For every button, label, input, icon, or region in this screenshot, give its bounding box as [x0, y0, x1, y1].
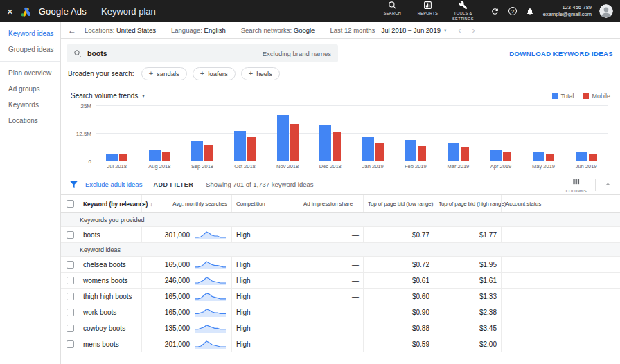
row-checkbox[interactable]	[67, 277, 74, 284]
download-keyword-ideas-button[interactable]: DOWNLOAD KEYWORD IDEAS	[509, 50, 613, 57]
close-icon[interactable]: ×	[7, 6, 13, 17]
col-header-bid-low[interactable]: Top of page bid (low range)	[363, 195, 434, 212]
broaden-chip-loafers[interactable]: +loafers	[193, 67, 236, 80]
bar-mobile	[247, 137, 256, 161]
bar-group-aug-2018	[139, 106, 181, 161]
sidebar-item-keyword-ideas[interactable]: Keyword ideas	[0, 26, 60, 42]
row-checkbox[interactable]	[67, 231, 74, 239]
row-checkbox[interactable]	[67, 261, 74, 269]
bar-mobile	[589, 154, 597, 161]
toolbar-setting-search-networks[interactable]: Search networks: Google	[241, 26, 315, 34]
bar-group-feb-2019	[394, 106, 437, 161]
columns-button[interactable]: COLUMNS	[566, 176, 587, 193]
sparkline	[195, 340, 226, 349]
col-header-ad-impression-share[interactable]: Ad impression share	[299, 195, 363, 212]
bar-total	[576, 152, 587, 161]
account-info[interactable]: 123-456-789 example@gmail.com	[543, 4, 592, 18]
row-checkbox[interactable]	[67, 293, 74, 300]
x-axis-label: Aug 2018	[139, 163, 181, 170]
sidebar-item-keywords[interactable]: Keywords	[0, 97, 60, 113]
col-header-avg-monthly-searches[interactable]: Avg. monthly searches	[141, 195, 231, 212]
row-checkbox[interactable]	[67, 309, 74, 316]
chip-label: sandals	[157, 70, 179, 78]
bar-group-nov-2018	[266, 106, 309, 161]
sidebar-item-locations[interactable]: Locations	[0, 113, 60, 129]
row-checkbox[interactable]	[67, 340, 74, 348]
avatar[interactable]	[599, 4, 613, 18]
toolbar-setting-language[interactable]: Language: English	[171, 26, 226, 34]
sidebar: Keyword ideasGrouped ideasPlan overviewA…	[0, 22, 61, 364]
topbar-right: SEARCHREPORTSTOOLS & SETTINGS ? 123-456-…	[376, 1, 613, 21]
topnav-reports[interactable]: REPORTS	[411, 1, 444, 16]
notifications-bell-icon[interactable]	[524, 6, 535, 17]
bar-group-may-2019	[522, 106, 565, 161]
add-filter-button[interactable]: ADD FILTER	[153, 181, 193, 188]
avg-searches-cell: 301,000	[141, 227, 231, 242]
filter-bar-right: COLUMNS	[566, 176, 612, 193]
prev-range-icon[interactable]: ‹	[458, 26, 461, 35]
col-header-keyword[interactable]: Keyword (by relevance) ↓	[79, 195, 141, 212]
topnav-search[interactable]: SEARCH	[376, 1, 409, 16]
plus-icon: +	[149, 70, 153, 78]
next-range-icon[interactable]: ›	[472, 26, 475, 35]
col-header-account-status[interactable]: Account status	[501, 195, 620, 212]
keyword-search-box[interactable]: boots Excluding brand names	[67, 44, 338, 62]
bid-low-cell: $0.72	[363, 257, 434, 272]
broaden-label: Broaden your search:	[68, 70, 134, 78]
refresh-icon[interactable]	[490, 6, 501, 17]
avg-searches-cell: 165,000	[141, 257, 231, 272]
chart-area: 012.5M25M	[71, 106, 609, 161]
bar-total	[362, 137, 374, 161]
brand-name: Google Ads	[39, 6, 87, 17]
col-header-competition[interactable]: Competition	[231, 195, 299, 212]
bar-group-oct-2018	[224, 106, 267, 161]
range-preset-label: Last 12 months	[330, 26, 375, 34]
columns-label: COLUMNS	[566, 189, 587, 193]
table-row-work-boots: work boots165,000High—$0.90$2.38	[61, 304, 620, 320]
table-section-keyword-ideas: Keyword ideas	[61, 243, 620, 257]
back-arrow-icon[interactable]: ←	[68, 26, 76, 35]
plus-icon: +	[249, 70, 253, 78]
bar-total	[319, 125, 331, 161]
collapse-chevron-up-icon[interactable]	[604, 181, 612, 188]
topnav-label-search: SEARCH	[384, 11, 401, 16]
date-range-picker[interactable]: Last 12 months Jul 2018 – Jun 2019 ▼	[330, 26, 447, 34]
ad-impression-share-cell: —	[299, 257, 363, 272]
table-header-row: Keyword (by relevance) ↓ Avg. monthly se…	[61, 195, 620, 213]
search-icon	[73, 49, 82, 57]
checkbox-cell	[61, 273, 79, 288]
chart-title-dropdown[interactable]: Search volume trends ▼	[71, 92, 145, 100]
main-content: ← Locations: United StatesLanguage: Engl…	[61, 22, 620, 364]
toolbar-setting-locations[interactable]: Locations: United States	[85, 26, 156, 34]
row-checkbox[interactable]	[67, 325, 74, 332]
bid-low-cell: $0.77	[363, 227, 434, 242]
search-volume-trends-card: Search volume trends ▼ TotalMobile 012.5…	[61, 87, 620, 174]
sidebar-item-ad-groups[interactable]: Ad groups	[0, 81, 60, 97]
sparkline	[195, 230, 226, 239]
sidebar-item-plan-overview[interactable]: Plan overview	[0, 65, 60, 81]
checkbox-cell	[61, 227, 79, 242]
broaden-chip-heels[interactable]: +heels	[241, 67, 280, 80]
col-header-bid-high[interactable]: Top of page bid (high range)	[434, 195, 501, 212]
broaden-chip-sandals[interactable]: +sandals	[141, 67, 187, 80]
x-axis-label: Nov 2018	[266, 163, 309, 170]
topbar: × Google Ads Keyword plan SEARCHREPORTST…	[0, 0, 620, 22]
avg-searches-value: 135,000	[146, 325, 195, 332]
broaden-chips: +sandals+loafers+heels	[141, 67, 280, 80]
chart-bars	[96, 106, 608, 161]
ad-impression-share-cell: —	[299, 227, 363, 242]
select-all-checkbox[interactable]	[67, 200, 74, 208]
keyword-cell: mens boots	[79, 336, 141, 352]
avg-searches-value: 301,000	[146, 231, 195, 239]
help-icon[interactable]: ?	[508, 7, 517, 15]
table-body: Keywords you providedboots301,000High—$0…	[61, 213, 620, 352]
ad-impression-share-cell: —	[299, 336, 363, 352]
bid-high-cell: $1.33	[434, 289, 501, 304]
topnav-tools[interactable]: TOOLS & SETTINGS	[447, 1, 479, 21]
exclude-adult-ideas-filter[interactable]: Exclude adult ideas	[85, 181, 142, 188]
x-axis-label: Mar 2019	[437, 163, 480, 170]
checkbox-cell	[61, 336, 79, 352]
sidebar-item-grouped-ideas[interactable]: Grouped ideas	[0, 42, 60, 57]
bar-mobile	[162, 152, 170, 161]
bid-high-cell: $2.38	[434, 304, 501, 320]
